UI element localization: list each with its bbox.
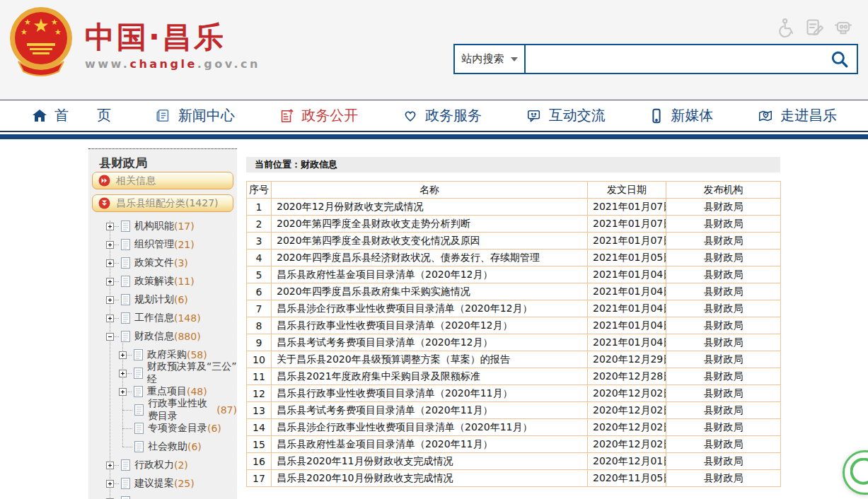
service-widget[interactable] (843, 450, 868, 495)
row-org: 县财政局 (666, 317, 781, 334)
table-row[interactable]: 17昌乐县2020年10月份财政收支完成情况2020年11月05日县财政局 (247, 470, 781, 487)
nav-gov-open[interactable]: 政务公开 (278, 106, 358, 125)
svg-text:★: ★ (54, 28, 62, 37)
document-link[interactable]: 关于昌乐县2020年县级预算调整方案（草案）的报告 (272, 351, 588, 368)
row-date: 2020年12月02日 (588, 419, 666, 436)
accessibility-icon[interactable] (776, 17, 797, 38)
site-url: www.changle.gov.cn (85, 57, 260, 71)
nav-home[interactable]: 首 页 (31, 106, 111, 125)
table-row[interactable]: 9昌乐县考试考务费项目目录清单（2020年12月）2021年01月04日县财政局 (247, 334, 781, 351)
document-link[interactable]: 2020年第四季度全县财政收支变化情况及原因 (272, 233, 588, 250)
document-link[interactable]: 昌乐县行政事业性收费项目目录清单（2020年11月） (272, 385, 588, 402)
row-date: 2021年01月07日 (588, 233, 666, 250)
expand-plus-icon[interactable] (119, 388, 127, 396)
tree-item[interactable]: 财政预决算及“三公”经 (88, 364, 237, 382)
expand-plus-icon[interactable] (106, 259, 114, 267)
search-button[interactable] (823, 45, 857, 73)
tree-item[interactable]: 工作信息(148) (88, 309, 237, 327)
document-icon (120, 478, 130, 489)
document-link[interactable]: 昌乐县政府性基金项目目录清单（2020年11月） (272, 436, 588, 453)
document-icon (120, 331, 130, 342)
nav-news-center[interactable]: 新闻中心 (155, 106, 235, 125)
document-link[interactable]: 昌乐县考试考务费项目目录清单（2020年11月） (272, 402, 588, 419)
expand-plus-icon[interactable] (106, 241, 114, 249)
table-row[interactable]: 32020年第四季度全县财政收支变化情况及原因2021年01月07日县财政局 (247, 233, 781, 250)
nav-visit-changle[interactable]: 走进昌乐 (757, 106, 837, 125)
expand-plus-icon[interactable] (106, 296, 114, 304)
expand-plus-icon[interactable] (119, 351, 127, 359)
document-link[interactable]: 昌乐县涉企行政事业性收费项目目录清单（2020年12月） (272, 300, 588, 317)
expand-plus-icon[interactable] (119, 370, 127, 377)
row-no: 8 (247, 317, 272, 334)
table-row[interactable]: 12昌乐县行政事业性收费项目目录清单（2020年11月）2020年12月02日县… (247, 385, 781, 402)
main-content: 当前位置：财政信息 序号 名称 发文日期 发布机构 12020年12月份财政收支… (246, 157, 780, 487)
collapse-minus-icon[interactable] (106, 333, 114, 341)
search-input[interactable] (526, 45, 823, 73)
row-date: 2021年01月05日 (588, 250, 666, 266)
document-link[interactable]: 昌乐县2020年10月份财政收支完成情况 (272, 470, 588, 487)
document-link[interactable]: 2020年第四季度全县财政收支走势分析判断 (272, 216, 588, 233)
expand-plus-icon[interactable] (106, 315, 114, 322)
document-link[interactable]: 昌乐县涉企行政事业性收费项目目录清单（2020年11月） (272, 419, 588, 436)
row-org: 县财政局 (666, 453, 781, 470)
table-row[interactable]: 16昌乐县2020年11月份财政收支完成情况2020年12月01日县财政局 (247, 453, 781, 470)
tree-item-partial[interactable] (88, 493, 237, 499)
related-info-button[interactable]: 相关信息 (92, 172, 233, 189)
document-link[interactable]: 2020年四季度昌乐县经济财政状况、债券发行、存续期管理 (272, 250, 588, 266)
document-link[interactable]: 昌乐县行政事业性收费项目目录清单（2020年12月） (272, 317, 588, 334)
tree-item[interactable]: 行政权力(2) (88, 456, 237, 474)
tree-item[interactable]: 社会救助(6) (88, 438, 237, 456)
table-row[interactable]: 15昌乐县政府性基金项目目录清单（2020年11月）2020年12月02日县财政… (247, 436, 781, 453)
tree-item[interactable]: 规划计划(6) (88, 290, 237, 309)
row-date: 2021年01月07日 (588, 199, 666, 216)
tree-item[interactable]: 专项资金目录(6) (88, 419, 237, 438)
table-row[interactable]: 8昌乐县行政事业性收费项目目录清单（2020年12月）2021年01月04日县财… (247, 317, 781, 334)
expand-plus-icon[interactable] (106, 278, 114, 286)
nav-gov-service[interactable]: 政务服务 (402, 106, 482, 125)
tree-item[interactable]: 政策解读(11) (88, 272, 237, 290)
nav-interaction[interactable]: 互动交流 (526, 106, 606, 125)
row-org: 县财政局 (666, 233, 781, 250)
expand-plus-icon[interactable] (106, 462, 114, 469)
document-icon (120, 294, 130, 305)
document-link[interactable]: 昌乐县2021年度政府集中采购目录及限额标准 (272, 368, 588, 385)
utility-icons (776, 17, 854, 38)
nav-new-media[interactable]: 新媒体 (649, 106, 713, 125)
table-row[interactable]: 13昌乐县考试考务费项目目录清单（2020年11月）2020年12月02日县财政… (247, 402, 781, 419)
row-org: 县财政局 (666, 436, 781, 453)
expand-plus-icon[interactable] (106, 223, 114, 230)
tree-item[interactable]: 组织管理(21) (88, 235, 237, 254)
table-row[interactable]: 62020年四季度昌乐县政府集中采购实施情况2021年01月04日县财政局 (247, 283, 781, 300)
table-row[interactable]: 7昌乐县涉企行政事业性收费项目目录清单（2020年12月）2021年01月04日… (247, 300, 781, 317)
table-row[interactable]: 10关于昌乐县2020年县级预算调整方案（草案）的报告2020年12月29日县财… (247, 351, 781, 368)
document-link[interactable]: 2020年12月份财政收支完成情况 (272, 199, 588, 216)
tree-item[interactable]: 建议提案(25) (88, 474, 237, 493)
table-row[interactable]: 22020年第四季度全县财政收支走势分析判断2021年01月07日县财政局 (247, 216, 781, 233)
document-link[interactable]: 2020年四季度昌乐县政府集中采购实施情况 (272, 283, 588, 300)
nav-label: 互动交流 (549, 106, 606, 125)
row-date: 2021年01月04日 (588, 266, 666, 283)
tree-item[interactable]: 行政事业性收费目录(87) (88, 401, 237, 419)
tree-item-expanded[interactable]: 财政信息(880) (88, 327, 237, 346)
table-row[interactable]: 5昌乐县政府性基金项目目录清单（2020年12月）2021年01月04日县财政局 (247, 266, 781, 283)
document-link[interactable]: 昌乐县政府性基金项目目录清单（2020年12月） (272, 266, 588, 283)
edit-document-icon[interactable] (804, 17, 826, 38)
table-row[interactable]: 12020年12月份财政收支完成情况2021年01月07日县财政局 (247, 199, 781, 216)
tree-item[interactable]: 机构职能(17) (88, 217, 237, 235)
table-row[interactable]: 11昌乐县2021年度政府集中采购目录及限额标准2020年12月28日县财政局 (247, 368, 781, 385)
table-row[interactable]: 42020年四季度昌乐县经济财政状况、债券发行、存续期管理2021年01月05日… (247, 250, 781, 266)
document-link[interactable]: 昌乐县2020年11月份财政收支完成情况 (272, 453, 588, 470)
robot-icon[interactable] (833, 17, 854, 38)
expand-plus-icon[interactable] (106, 480, 114, 488)
tree-item[interactable]: 政策文件(3) (88, 254, 237, 272)
table-row[interactable]: 14昌乐县涉企行政事业性收费项目目录清单（2020年11月）2020年12月02… (247, 419, 781, 436)
document-link[interactable]: 昌乐县考试考务费项目目录清单（2020年12月） (272, 334, 588, 351)
category-group-button[interactable]: 昌乐县组配分类(1427) (92, 194, 233, 212)
document-icon (133, 386, 143, 397)
nav-label: 政务服务 (425, 106, 482, 125)
row-org: 县财政局 (666, 368, 781, 385)
nav-label: 政务公开 (301, 106, 358, 125)
search-scope-select[interactable]: 站内搜索 (455, 45, 526, 73)
row-no: 16 (247, 453, 272, 470)
nav-divider (0, 131, 868, 132)
